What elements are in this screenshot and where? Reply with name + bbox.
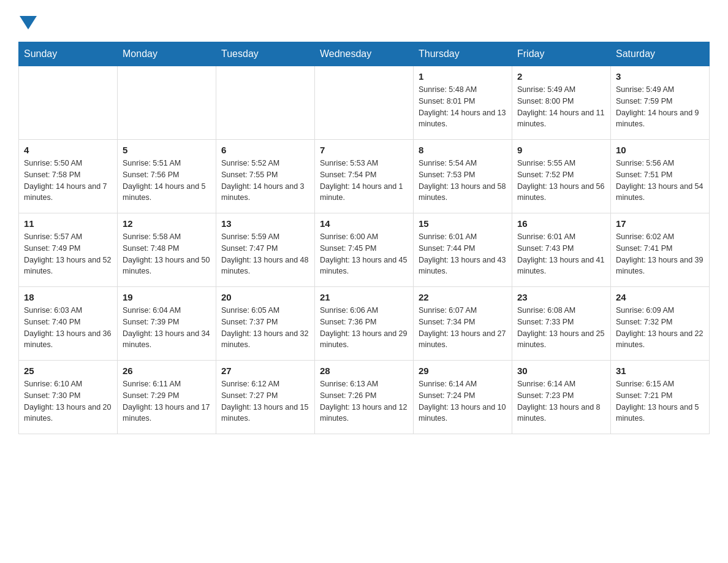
- day-info: Sunrise: 6:12 AM Sunset: 7:27 PM Dayligh…: [221, 378, 309, 424]
- calendar-cell: [315, 66, 414, 140]
- calendar-cell: 2Sunrise: 5:49 AM Sunset: 8:00 PM Daylig…: [512, 66, 611, 140]
- calendar-cell: 30Sunrise: 6:14 AM Sunset: 7:23 PM Dayli…: [512, 361, 611, 434]
- calendar-cell: 9Sunrise: 5:55 AM Sunset: 7:52 PM Daylig…: [512, 140, 611, 213]
- day-info: Sunrise: 6:06 AM Sunset: 7:36 PM Dayligh…: [320, 305, 408, 351]
- day-number: 15: [419, 218, 507, 229]
- day-info: Sunrise: 5:56 AM Sunset: 7:51 PM Dayligh…: [616, 158, 704, 204]
- day-info: Sunrise: 6:02 AM Sunset: 7:41 PM Dayligh…: [616, 231, 704, 277]
- calendar-cell: 20Sunrise: 6:05 AM Sunset: 7:37 PM Dayli…: [216, 287, 315, 361]
- day-number: 26: [123, 366, 211, 376]
- calendar-table: SundayMondayTuesdayWednesdayThursdayFrid…: [18, 42, 710, 434]
- weekday-header-row: SundayMondayTuesdayWednesdayThursdayFrid…: [19, 42, 710, 66]
- calendar-cell: 13Sunrise: 5:59 AM Sunset: 7:47 PM Dayli…: [216, 213, 315, 287]
- day-number: 25: [24, 366, 112, 376]
- weekday-header-sunday: Sunday: [19, 42, 118, 66]
- day-number: 6: [221, 145, 309, 155]
- day-info: Sunrise: 6:14 AM Sunset: 7:24 PM Dayligh…: [419, 378, 507, 424]
- day-number: 28: [320, 366, 408, 376]
- weekday-header-tuesday: Tuesday: [216, 42, 315, 66]
- day-info: Sunrise: 5:54 AM Sunset: 7:53 PM Dayligh…: [419, 158, 507, 204]
- day-info: Sunrise: 6:07 AM Sunset: 7:34 PM Dayligh…: [419, 305, 507, 351]
- weekday-header-monday: Monday: [118, 42, 216, 66]
- calendar-cell: 24Sunrise: 6:09 AM Sunset: 7:32 PM Dayli…: [611, 287, 710, 361]
- day-number: 5: [123, 145, 211, 155]
- weekday-header-wednesday: Wednesday: [315, 42, 414, 66]
- calendar-cell: [118, 66, 216, 140]
- day-info: Sunrise: 6:01 AM Sunset: 7:44 PM Dayligh…: [419, 231, 507, 277]
- day-number: 24: [616, 292, 704, 302]
- calendar-week-3: 11Sunrise: 5:57 AM Sunset: 7:49 PM Dayli…: [19, 213, 710, 287]
- day-number: 11: [24, 218, 112, 229]
- calendar-week-4: 18Sunrise: 6:03 AM Sunset: 7:40 PM Dayli…: [19, 287, 710, 361]
- calendar-cell: [19, 66, 118, 140]
- calendar-week-2: 4Sunrise: 5:50 AM Sunset: 7:58 PM Daylig…: [19, 140, 710, 213]
- page-header: [18, 12, 710, 29]
- day-number: 3: [616, 71, 704, 82]
- day-number: 22: [419, 292, 507, 302]
- day-number: 16: [517, 218, 605, 229]
- calendar-cell: 6Sunrise: 5:52 AM Sunset: 7:55 PM Daylig…: [216, 140, 315, 213]
- calendar-cell: 12Sunrise: 5:58 AM Sunset: 7:48 PM Dayli…: [118, 213, 216, 287]
- day-info: Sunrise: 6:05 AM Sunset: 7:37 PM Dayligh…: [221, 305, 309, 351]
- day-number: 13: [221, 218, 309, 229]
- calendar-cell: 25Sunrise: 6:10 AM Sunset: 7:30 PM Dayli…: [19, 361, 118, 434]
- day-info: Sunrise: 5:49 AM Sunset: 7:59 PM Dayligh…: [616, 84, 704, 130]
- calendar-cell: 3Sunrise: 5:49 AM Sunset: 7:59 PM Daylig…: [611, 66, 710, 140]
- day-info: Sunrise: 6:09 AM Sunset: 7:32 PM Dayligh…: [616, 305, 704, 351]
- day-number: 29: [419, 366, 507, 376]
- day-info: Sunrise: 6:00 AM Sunset: 7:45 PM Dayligh…: [320, 231, 408, 277]
- day-number: 7: [320, 145, 408, 155]
- day-number: 21: [320, 292, 408, 302]
- calendar-cell: 5Sunrise: 5:51 AM Sunset: 7:56 PM Daylig…: [118, 140, 216, 213]
- day-info: Sunrise: 5:49 AM Sunset: 8:00 PM Dayligh…: [517, 84, 605, 130]
- calendar-cell: 8Sunrise: 5:54 AM Sunset: 7:53 PM Daylig…: [414, 140, 512, 213]
- weekday-header-thursday: Thursday: [414, 42, 512, 66]
- calendar-cell: 7Sunrise: 5:53 AM Sunset: 7:54 PM Daylig…: [315, 140, 414, 213]
- day-info: Sunrise: 6:08 AM Sunset: 7:33 PM Dayligh…: [517, 305, 605, 351]
- day-info: Sunrise: 5:59 AM Sunset: 7:47 PM Dayligh…: [221, 231, 309, 277]
- calendar-cell: 14Sunrise: 6:00 AM Sunset: 7:45 PM Dayli…: [315, 213, 414, 287]
- day-info: Sunrise: 6:10 AM Sunset: 7:30 PM Dayligh…: [24, 378, 112, 424]
- day-info: Sunrise: 5:48 AM Sunset: 8:01 PM Dayligh…: [419, 84, 507, 130]
- day-info: Sunrise: 5:55 AM Sunset: 7:52 PM Dayligh…: [517, 158, 605, 204]
- day-number: 19: [123, 292, 211, 302]
- calendar-cell: 29Sunrise: 6:14 AM Sunset: 7:24 PM Dayli…: [414, 361, 512, 434]
- day-number: 18: [24, 292, 112, 302]
- day-number: 12: [123, 218, 211, 229]
- calendar-cell: 18Sunrise: 6:03 AM Sunset: 7:40 PM Dayli…: [19, 287, 118, 361]
- weekday-header-saturday: Saturday: [611, 42, 710, 66]
- calendar-week-1: 1Sunrise: 5:48 AM Sunset: 8:01 PM Daylig…: [19, 66, 710, 140]
- day-number: 23: [517, 292, 605, 302]
- day-number: 1: [419, 71, 507, 82]
- calendar-cell: 16Sunrise: 6:01 AM Sunset: 7:43 PM Dayli…: [512, 213, 611, 287]
- day-number: 2: [517, 71, 605, 82]
- day-number: 27: [221, 366, 309, 376]
- day-info: Sunrise: 5:52 AM Sunset: 7:55 PM Dayligh…: [221, 158, 309, 204]
- calendar-cell: [216, 66, 315, 140]
- calendar-cell: 15Sunrise: 6:01 AM Sunset: 7:44 PM Dayli…: [414, 213, 512, 287]
- day-info: Sunrise: 6:15 AM Sunset: 7:21 PM Dayligh…: [616, 378, 704, 424]
- calendar-week-5: 25Sunrise: 6:10 AM Sunset: 7:30 PM Dayli…: [19, 361, 710, 434]
- calendar-cell: 19Sunrise: 6:04 AM Sunset: 7:39 PM Dayli…: [118, 287, 216, 361]
- day-info: Sunrise: 5:51 AM Sunset: 7:56 PM Dayligh…: [123, 158, 211, 204]
- calendar-cell: 26Sunrise: 6:11 AM Sunset: 7:29 PM Dayli…: [118, 361, 216, 434]
- calendar-cell: 27Sunrise: 6:12 AM Sunset: 7:27 PM Dayli…: [216, 361, 315, 434]
- day-info: Sunrise: 5:53 AM Sunset: 7:54 PM Dayligh…: [320, 158, 408, 204]
- day-number: 30: [517, 366, 605, 376]
- day-info: Sunrise: 6:04 AM Sunset: 7:39 PM Dayligh…: [123, 305, 211, 351]
- calendar-cell: 31Sunrise: 6:15 AM Sunset: 7:21 PM Dayli…: [611, 361, 710, 434]
- day-info: Sunrise: 5:57 AM Sunset: 7:49 PM Dayligh…: [24, 231, 112, 277]
- calendar-cell: 11Sunrise: 5:57 AM Sunset: 7:49 PM Dayli…: [19, 213, 118, 287]
- calendar-cell: 10Sunrise: 5:56 AM Sunset: 7:51 PM Dayli…: [611, 140, 710, 213]
- day-number: 17: [616, 218, 704, 229]
- day-info: Sunrise: 6:11 AM Sunset: 7:29 PM Dayligh…: [123, 378, 211, 424]
- day-number: 8: [419, 145, 507, 155]
- logo-text-block: [18, 12, 37, 29]
- calendar-cell: 22Sunrise: 6:07 AM Sunset: 7:34 PM Dayli…: [414, 287, 512, 361]
- day-number: 10: [616, 145, 704, 155]
- day-info: Sunrise: 6:14 AM Sunset: 7:23 PM Dayligh…: [517, 378, 605, 424]
- day-info: Sunrise: 5:58 AM Sunset: 7:48 PM Dayligh…: [123, 231, 211, 277]
- day-number: 9: [517, 145, 605, 155]
- day-number: 4: [24, 145, 112, 155]
- calendar-header: SundayMondayTuesdayWednesdayThursdayFrid…: [19, 42, 710, 66]
